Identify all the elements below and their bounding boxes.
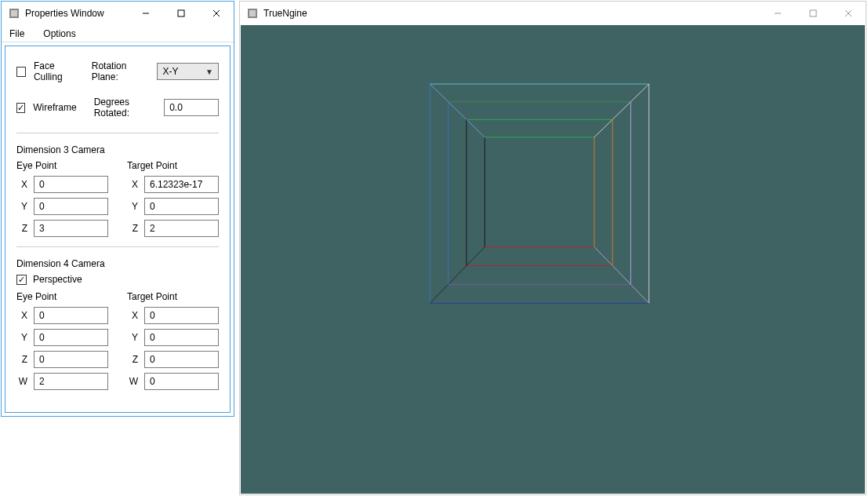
axis-z-label: Z	[16, 354, 27, 365]
perspective-checkbox[interactable]	[16, 275, 27, 285]
axis-z-label: Z	[127, 223, 138, 234]
axis-y-label: Y	[127, 332, 138, 343]
menu-options[interactable]: Options	[38, 27, 80, 41]
viewer-title: TrueNgine	[263, 8, 307, 19]
axis-x-label: X	[127, 179, 138, 190]
maximize-button[interactable]	[163, 2, 198, 25]
close-button[interactable]	[830, 2, 866, 25]
svg-rect-3	[178, 10, 184, 16]
axis-x-label: X	[127, 310, 138, 321]
dim3-eye-z-input[interactable]: 3	[34, 220, 108, 237]
tesseract-render	[241, 25, 865, 494]
degrees-rotated-label: Degrees Rotated:	[94, 97, 157, 119]
dim4-eye-label: Eye Point	[16, 291, 108, 302]
dim3-target-z-input[interactable]: 2	[144, 220, 219, 237]
dim4-target-z-input[interactable]: 0	[144, 351, 219, 368]
dim3-title: Dimension 3 Camera	[16, 144, 219, 155]
divider	[16, 133, 219, 133]
properties-window: Properties Window File Options Face Cull…	[1, 1, 234, 417]
dim4-eye-w-input[interactable]: 2	[34, 373, 108, 390]
rotation-plane-value: X-Y	[162, 66, 178, 77]
dim4-target-y-input[interactable]: 0	[144, 329, 219, 346]
dim3-eye-x-input[interactable]: 0	[34, 176, 108, 193]
properties-titlebar[interactable]: Properties Window	[2, 2, 234, 25]
svg-rect-1	[11, 10, 17, 16]
face-culling-checkbox[interactable]	[16, 67, 26, 77]
svg-rect-7	[249, 10, 256, 16]
axis-z-label: Z	[16, 223, 27, 234]
dim3-eye-label: Eye Point	[16, 160, 108, 171]
minimize-button[interactable]	[128, 2, 163, 25]
dim3-eye-y-input[interactable]: 0	[34, 198, 108, 215]
axis-x-label: X	[16, 179, 27, 190]
axis-y-label: Y	[16, 332, 27, 343]
axis-x-label: X	[16, 310, 27, 321]
rotation-plane-select[interactable]: X-Y ▼	[157, 63, 219, 80]
axis-z-label: Z	[127, 354, 138, 365]
axis-w-label: W	[127, 376, 138, 387]
dim4-target-label: Target Point	[127, 291, 219, 302]
maximize-button[interactable]	[795, 2, 830, 25]
axis-y-label: Y	[127, 201, 138, 212]
svg-line-20	[430, 84, 485, 137]
svg-rect-9	[810, 10, 816, 16]
properties-title: Properties Window	[25, 8, 104, 19]
menubar: File Options	[2, 25, 234, 42]
minimize-button[interactable]	[760, 2, 795, 25]
dim4-eye-z-input[interactable]: 0	[34, 351, 108, 368]
svg-line-23	[430, 247, 485, 304]
viewer-window: TrueNgine	[239, 1, 866, 495]
dim4-eye-x-input[interactable]: 0	[34, 307, 108, 324]
viewer-canvas[interactable]	[241, 25, 865, 494]
menu-file[interactable]: File	[5, 27, 29, 41]
app-icon	[246, 7, 259, 20]
perspective-label: Perspective	[33, 274, 82, 285]
dim3-target-y-input[interactable]: 0	[144, 198, 219, 215]
dim4-target-x-input[interactable]: 0	[144, 307, 219, 324]
rotation-plane-label: Rotation Plane:	[92, 60, 150, 82]
dim4-target-w-input[interactable]: 0	[144, 373, 219, 390]
svg-line-22	[594, 247, 649, 304]
wireframe-label: Wireframe	[33, 102, 76, 113]
viewer-titlebar[interactable]: TrueNgine	[240, 2, 866, 25]
divider	[16, 246, 219, 247]
wireframe-checkbox[interactable]	[16, 103, 25, 113]
svg-line-21	[594, 84, 649, 137]
chevron-down-icon: ▼	[205, 67, 213, 76]
properties-body: Face Culling Rotation Plane: X-Y ▼ Wiref…	[5, 46, 231, 413]
degrees-rotated-input[interactable]: 0.0	[164, 99, 219, 116]
close-button[interactable]	[198, 2, 234, 25]
dim4-eye-y-input[interactable]: 0	[34, 329, 108, 346]
axis-y-label: Y	[16, 201, 27, 212]
dim3-target-x-input[interactable]: 6.12323e-17	[144, 176, 219, 193]
dim4-title: Dimension 4 Camera	[16, 258, 219, 269]
face-culling-label: Face Culling	[34, 60, 81, 82]
axis-w-label: W	[16, 376, 27, 387]
dim3-target-label: Target Point	[127, 160, 219, 171]
app-icon	[8, 7, 20, 20]
